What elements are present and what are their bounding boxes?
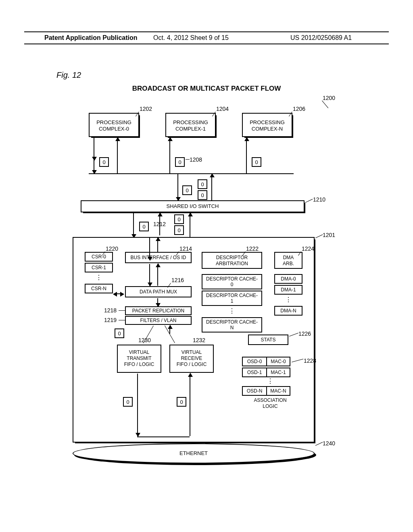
pkt-lbl: 0 bbox=[201, 181, 204, 187]
lead-1208 bbox=[186, 159, 190, 160]
arrow-card-to-sw-r bbox=[190, 213, 190, 237]
pkt-lbl: 0 bbox=[178, 159, 181, 165]
dc1: DESCRIPTOR CACHE-1 bbox=[202, 291, 262, 306]
lead-1219 bbox=[119, 320, 125, 320]
ref-1240: 1240 bbox=[323, 440, 335, 447]
pkt-lbl: 0 bbox=[142, 224, 145, 230]
pkt-lbl: 0 bbox=[201, 192, 204, 198]
pkt-lbl: 0 bbox=[126, 399, 129, 405]
ref-1230: 1230 bbox=[138, 337, 151, 343]
block-mux: DATA PATH MUX bbox=[125, 286, 192, 297]
pkt-sw-left: 0 bbox=[182, 185, 192, 195]
ref-1204: 1204 bbox=[216, 106, 229, 112]
ref-1226: 1226 bbox=[298, 330, 311, 337]
ref-1200: 1200 bbox=[323, 95, 335, 101]
arrow-csr-mux bbox=[114, 293, 123, 294]
dma-dots: ⋮ bbox=[274, 296, 302, 305]
macn: MAC-N bbox=[266, 386, 290, 396]
lead-1201 bbox=[315, 235, 323, 238]
pkt-pc0: 0 bbox=[99, 157, 109, 167]
arrow-bus-dn-into bbox=[149, 238, 150, 260]
ref-1208: 1208 bbox=[190, 156, 202, 163]
figure-title: BROADCAST OR MULTICAST PACKET FLOW bbox=[0, 85, 413, 93]
ref-1232: 1232 bbox=[193, 337, 205, 343]
ref-1202: 1202 bbox=[140, 106, 152, 112]
arrow-mux-rep bbox=[157, 298, 158, 306]
block-pc0: PROCESSING COMPLEX-0 bbox=[89, 113, 139, 137]
block-switch: SHARED I/O SWITCH bbox=[81, 200, 305, 212]
arrow-bus-up bbox=[157, 238, 158, 252]
mac0: MAC-0 bbox=[266, 357, 290, 366]
block-filt: FILTERS / VLAN bbox=[125, 316, 192, 325]
pkt-lbl: 0 bbox=[186, 187, 188, 193]
pkt-lbl: 0 bbox=[180, 399, 183, 405]
pkt-lbl: 0 bbox=[255, 159, 258, 165]
pkt-pcn: 0 bbox=[252, 157, 261, 167]
dma0: DMA-0 bbox=[274, 274, 302, 284]
pkt-lbl: 0 bbox=[102, 159, 105, 165]
arrow-pc0-dn-b bbox=[94, 159, 94, 173]
lead-1218 bbox=[119, 310, 125, 311]
ref-1222: 1222 bbox=[246, 245, 259, 252]
pkt-sw-below-r2: 0 bbox=[174, 225, 184, 235]
csr-0: CSR-0 bbox=[85, 252, 113, 262]
pkt-pc1: 0 bbox=[175, 157, 185, 167]
arrow-into-sw-dn bbox=[177, 174, 178, 200]
arrow-bus-to-mux bbox=[149, 264, 150, 286]
pkt-lbl: 0 bbox=[177, 227, 180, 233]
ref-1210: 1210 bbox=[313, 196, 325, 203]
mac1: MAC-1 bbox=[266, 368, 290, 377]
arrow-card-to-sw-mid bbox=[159, 213, 160, 235]
pkt-lbl: 0 bbox=[118, 330, 121, 337]
header-rule-bot bbox=[24, 44, 389, 44]
block-vtx: VIRTUAL TRANSMIT FIFO / LOGIC bbox=[117, 345, 161, 373]
block-rep: PACKET REPLICATION bbox=[125, 306, 192, 315]
arrow-mux-to-bus bbox=[157, 264, 158, 286]
lead-1210 bbox=[305, 199, 313, 203]
pkt-under-filt: 0 bbox=[115, 328, 124, 338]
header-rule-top bbox=[24, 31, 389, 32]
pkt-sw-r1: 0 bbox=[198, 179, 207, 189]
ref-1219: 1219 bbox=[104, 317, 117, 323]
pkt-sw-below-l: 0 bbox=[139, 222, 149, 231]
block-stats: STATS bbox=[248, 335, 288, 345]
ref-1228: 1228 bbox=[304, 357, 316, 364]
block-vrx: VIRTUAL RECEIVE FIFO / LOGIC bbox=[169, 345, 214, 373]
osd0: OSD-0 bbox=[242, 357, 266, 366]
pkt-vrx-out: 0 bbox=[177, 397, 186, 407]
arrow-outof-sw-up bbox=[211, 174, 212, 200]
arrow-pc0-dn-a bbox=[94, 138, 94, 160]
arrow-pc0-up bbox=[117, 138, 118, 174]
block-eth: ETHERNET bbox=[73, 443, 315, 463]
dc-dots: ⋮ bbox=[202, 307, 262, 316]
dcn: DESCRIPTOR CACHE-N bbox=[202, 317, 262, 332]
arrow-vrx-in bbox=[190, 374, 190, 436]
csr-stack: CSR-0 CSR-1 ⋮ CSR-N bbox=[85, 252, 113, 293]
csr-1: CSR-1 bbox=[85, 263, 113, 272]
arrow-pc1-up bbox=[169, 138, 170, 174]
ref-1218: 1218 bbox=[104, 307, 117, 314]
dman: DMA-N bbox=[274, 306, 302, 316]
arrow-pcn-up bbox=[246, 138, 247, 174]
block-bus: BUS INTERFACE / OS ID bbox=[125, 252, 192, 263]
bus-top bbox=[89, 173, 294, 174]
osdn: OSD-N bbox=[242, 386, 266, 396]
osd1: OSD-1 bbox=[242, 368, 266, 377]
hdr-center: Oct. 4, 2012 Sheet 9 of 15 bbox=[153, 34, 229, 42]
pkt-sw-below-r1: 0 bbox=[174, 214, 184, 224]
figure-number: Fig. 12 bbox=[56, 71, 81, 80]
pkt-lbl: 0 bbox=[177, 216, 180, 222]
assoc-stack: OSD-0 MAC-0 OSD-1 MAC-1 ⋮ OSD-N MAC-N AS… bbox=[242, 357, 298, 409]
eth-top-line bbox=[137, 436, 190, 437]
csr-n: CSR-N bbox=[85, 284, 113, 293]
csr-dots: ⋮ bbox=[85, 274, 113, 283]
assoc-dots: ⋮ bbox=[242, 377, 298, 386]
lead-1240 bbox=[315, 442, 323, 446]
dma1: DMA-1 bbox=[274, 285, 302, 295]
pkt-vtx-out: 0 bbox=[123, 397, 133, 407]
ref-1201: 1201 bbox=[323, 232, 335, 238]
arrow-sw-to-card-l bbox=[133, 213, 134, 237]
dcache-stack: DESCRIPTOR CACHE-0 DESCRIPTOR CACHE-1 ⋮ … bbox=[202, 274, 262, 332]
ref-1206: 1206 bbox=[293, 106, 305, 112]
block-pc1: PROCESSING COMPLEX-1 bbox=[165, 113, 216, 137]
